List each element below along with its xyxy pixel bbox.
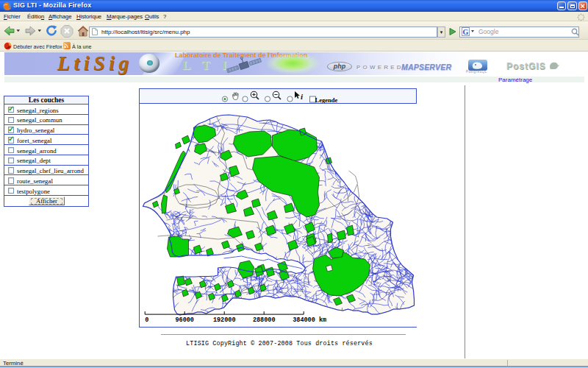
svg-text:288000: 288000	[253, 316, 276, 324]
svg-text:96000: 96000	[175, 316, 194, 324]
svg-text:0: 0	[145, 316, 148, 324]
svg-text:384000 km: 384000 km	[293, 316, 326, 324]
svg-text:i: i	[301, 92, 304, 101]
svg-text:Legende: Legende	[315, 96, 338, 104]
svg-text:192000: 192000	[213, 316, 236, 324]
